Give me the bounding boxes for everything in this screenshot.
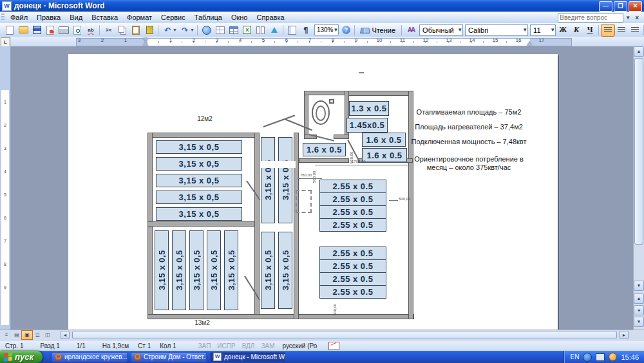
web-layout-icon[interactable]: ▤ <box>12 331 22 339</box>
heating-panel[interactable]: 2.55 x 0.5 <box>319 247 386 260</box>
scroll-up-icon[interactable]: ▲ <box>634 46 644 57</box>
heating-panel[interactable]: 2.55 x 0.5 <box>319 205 386 219</box>
style-select[interactable]: Обычный▼ <box>419 24 463 36</box>
align-center-button[interactable] <box>615 24 628 36</box>
menu-item[interactable]: Таблица <box>190 12 227 23</box>
new-document-icon[interactable] <box>3 24 16 36</box>
vertical-scrollbar[interactable]: ▲ ▼ ▲ ● ▼ <box>633 46 644 330</box>
vertical-scroll-thumb[interactable] <box>634 58 643 245</box>
scroll-right-icon[interactable]: ► <box>620 331 629 339</box>
undo-icon[interactable]: ↶ <box>161 24 174 36</box>
open-icon[interactable] <box>17 24 30 36</box>
ask-question-input[interactable] <box>558 13 623 23</box>
hyperlink-icon[interactable] <box>200 24 213 36</box>
document-page[interactable]: 12м2 13м2 <box>68 54 558 330</box>
heating-panel[interactable]: 2.55 x 0.5 <box>319 180 386 193</box>
insert-table-icon[interactable] <box>227 24 240 36</box>
insert-excel-icon[interactable]: X <box>241 24 254 36</box>
heating-panel[interactable]: 2.55 x 0.5 <box>319 259 386 273</box>
right-indent-marker[interactable] <box>527 42 532 46</box>
menu-item[interactable]: Файл <box>6 12 32 23</box>
zoom-select[interactable]: 130% ▼ <box>314 24 339 35</box>
heating-panel[interactable]: 3,15 x 0,5 <box>189 230 204 310</box>
close-button[interactable]: ✕ <box>629 1 642 12</box>
heating-panel[interactable]: 3,15 x 0,5 <box>261 232 275 309</box>
normal-view-icon[interactable]: ≡ <box>1 331 12 339</box>
help-icon[interactable]: ? <box>339 24 352 36</box>
heating-panel[interactable]: 3,15 x 0,5 <box>224 230 238 310</box>
tray-round-icon[interactable] <box>583 353 592 362</box>
horizontal-scrollbar[interactable]: ≡ ▤ ▣ ☰ ◫ ◄ ► <box>0 330 644 340</box>
font-select[interactable]: Calibri▼ <box>465 24 528 36</box>
status-overtype-mode[interactable]: ЗАМ <box>261 342 274 349</box>
close-document-icon[interactable]: × <box>635 14 639 21</box>
styles-pane-icon[interactable]: AA <box>404 24 417 36</box>
cut-icon[interactable]: ✂ <box>102 24 115 36</box>
start-button[interactable]: пуск <box>0 351 43 363</box>
heating-panel[interactable]: 3,15 x 0,5 <box>156 157 242 171</box>
menu-item[interactable]: Окно <box>227 12 252 23</box>
align-left-button[interactable] <box>601 24 614 36</box>
taskbar-task-word[interactable]: W донецк - Microsoft W... <box>210 352 286 362</box>
heating-panel[interactable]: 1.6 x 0.5 <box>303 143 346 156</box>
menu-item[interactable]: Сервис <box>156 12 190 23</box>
heating-panel[interactable]: 3,15 x 0,5 <box>207 230 221 310</box>
heating-panel[interactable]: 3,15 x 0,5 <box>172 230 186 310</box>
tray-display-icon[interactable] <box>596 353 605 361</box>
heating-panel[interactable]: 3,15 x 0,5 <box>155 230 169 310</box>
select-browse-icon[interactable]: ● <box>634 305 644 315</box>
horizontal-scroll-thumb[interactable] <box>72 331 617 339</box>
font-size-select[interactable]: 11▼ <box>530 24 556 36</box>
menu-item[interactable]: Вид <box>65 12 87 23</box>
redo-icon[interactable]: ↷ <box>178 24 191 36</box>
spelling-icon[interactable]: ab <box>84 24 97 36</box>
heating-panel[interactable]: 3,15 x 0,5 <box>156 174 242 187</box>
menu-grip[interactable] <box>1 14 5 22</box>
show-marks-icon[interactable]: ¶ <box>299 24 312 36</box>
format-painter-icon[interactable] <box>143 24 156 36</box>
heating-panel[interactable]: 3,15 x 0,5 <box>156 207 242 221</box>
heating-panel[interactable]: 2.55 x 0.5 <box>319 218 386 232</box>
underline-button[interactable]: Ч <box>583 24 596 36</box>
status-revision-mode[interactable]: ИСПР <box>217 342 235 349</box>
scroll-down-icon[interactable]: ▼ <box>634 281 644 291</box>
menu-item[interactable]: Правка <box>32 12 65 23</box>
hanging-indent-marker[interactable] <box>143 42 148 46</box>
heating-panel[interactable]: 2.55 x 0.5 <box>319 192 386 206</box>
bold-button[interactable]: Ж <box>556 24 569 36</box>
heating-panel[interactable]: 3,15 x 0,5 <box>278 137 292 223</box>
heating-panel[interactable]: 1.6 x 0.5 <box>362 133 406 147</box>
next-page-icon[interactable]: ▼ <box>634 317 644 327</box>
reading-view-icon[interactable]: ◫ <box>43 331 53 339</box>
minimize-button[interactable]: — <box>599 1 612 12</box>
drawing-icon[interactable] <box>268 24 281 36</box>
menu-item[interactable]: Справка <box>252 12 289 23</box>
tray-update-icon[interactable] <box>609 353 617 361</box>
print-icon[interactable] <box>57 24 70 36</box>
taskbar-task-firefox[interactable]: ирландское кружев... <box>52 352 128 362</box>
heating-panel[interactable]: 1.3 x 0.5 <box>349 101 389 116</box>
read-mode-button[interactable]: Чтение <box>357 24 399 36</box>
heating-panel[interactable]: 2.55 x 0.5 <box>319 272 386 286</box>
restore-button[interactable]: ❐ <box>614 1 627 12</box>
italic-button[interactable]: К <box>570 24 583 36</box>
menu-item[interactable]: Формат <box>122 12 156 23</box>
redo-dropdown-icon[interactable]: ▼ <box>190 28 194 32</box>
permission-icon[interactable] <box>44 24 57 36</box>
outline-view-icon[interactable]: ☰ <box>32 331 43 339</box>
align-right-button[interactable] <box>629 24 641 36</box>
columns-icon[interactable] <box>254 24 267 36</box>
scroll-left-icon[interactable]: ◄ <box>61 331 70 339</box>
chevron-down-icon[interactable]: ▼ <box>625 15 630 21</box>
document-map-icon[interactable] <box>286 24 299 36</box>
language-indicator[interactable]: EN <box>571 353 580 360</box>
heating-panel[interactable]: 3,15 x 0,5 <box>156 140 242 154</box>
status-language[interactable]: русский (Ро <box>282 342 317 349</box>
save-icon[interactable] <box>30 24 43 36</box>
paste-icon[interactable] <box>129 24 142 36</box>
spelling-status-icon[interactable] <box>328 342 339 350</box>
previous-page-icon[interactable]: ▲ <box>634 293 644 304</box>
undo-dropdown-icon[interactable]: ▼ <box>173 28 177 32</box>
heating-panel[interactable]: 3,15 x 0,5 <box>261 137 275 223</box>
heating-panel[interactable]: 3,15 x 0,5 <box>156 191 242 204</box>
